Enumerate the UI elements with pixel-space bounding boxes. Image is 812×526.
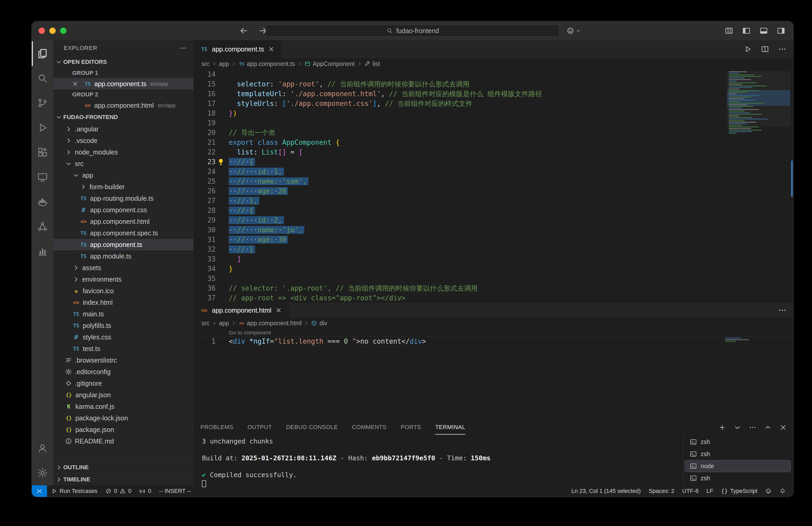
tree-item-browserslistrc[interactable]: .browserslistrc	[53, 354, 193, 366]
maximize-panel-button[interactable]	[764, 424, 772, 431]
activity-account[interactable]	[32, 436, 53, 460]
code-editor-html[interactable]: 1<div *ngIf="list.length === 0 ">no cont…	[193, 337, 793, 347]
code-line-35[interactable]: 35	[193, 274, 793, 284]
terminal-instance-node-2[interactable]: node	[685, 460, 791, 472]
tree-item-package-lock-json[interactable]: {}package-lock.json	[53, 412, 193, 424]
activity-docker[interactable]	[32, 189, 53, 214]
code-line-14[interactable]: 14	[193, 70, 793, 79]
code-line-21[interactable]: 21export class AppComponent {	[193, 138, 793, 147]
tree-item-index-html[interactable]: <>index.html	[53, 297, 193, 308]
tab-app-component-ts[interactable]: TS app.component.ts	[193, 40, 281, 58]
code-line-25[interactable]: 25··//···name:·'sam',	[193, 176, 793, 186]
tree-item-main-ts[interactable]: TSmain.ts	[53, 308, 193, 320]
new-terminal-button[interactable]	[718, 424, 726, 431]
code-line-27[interactable]: 27··//·},	[193, 196, 793, 206]
tree-item-src[interactable]: src	[53, 158, 193, 169]
close-window-button[interactable]	[39, 28, 45, 34]
terminal-output[interactable]: 3 unchanged chunks Build at: 2025-01-26T…	[193, 435, 683, 485]
tree-item-karma-conf-js[interactable]: Kkarma.conf.js	[53, 401, 193, 412]
panel-tab-ports[interactable]: PORTS	[401, 421, 421, 435]
activity-azure[interactable]	[32, 214, 53, 239]
code-line-34[interactable]: 34}	[193, 264, 793, 274]
activity-explorer[interactable]	[32, 41, 53, 66]
code-editor-ts[interactable]: 1415 selector: 'app-root', // 当前组件调用的时候你…	[193, 70, 793, 303]
split-editor-button[interactable]	[761, 45, 769, 53]
breadcrumb-app-component-html[interactable]: <>app.component.html	[238, 320, 302, 327]
tree-item-angular-json[interactable]: {}angular.json	[53, 389, 193, 401]
breadcrumb-app[interactable]: app	[219, 320, 229, 327]
close-icon[interactable]	[72, 81, 78, 87]
terminal-instance-zsh-1[interactable]: zsh	[685, 448, 791, 460]
code-line-18[interactable]: 18})	[193, 109, 793, 118]
more-actions-button[interactable]	[778, 45, 786, 53]
code-line-36[interactable]: 36// selector: '.app-root', // 当前组件调用的时候…	[193, 284, 793, 293]
breadcrumb-src[interactable]: src	[201, 320, 209, 327]
close-panel-button[interactable]	[779, 424, 787, 431]
copilot-menu[interactable]	[566, 27, 581, 35]
terminal-instance-zsh-0[interactable]: zsh	[685, 436, 791, 448]
tree-item-app-routing-module-ts[interactable]: TSapp-routing.module.ts	[53, 193, 193, 204]
code-line-17[interactable]: 17 styleUrls: ['./app.component.css'], /…	[193, 99, 793, 109]
terminal-instance-zsh-3[interactable]: zsh	[685, 472, 791, 484]
open-editor-app-component-ts[interactable]: TSapp.component.tssrc/app	[53, 78, 193, 89]
panel-tab-output[interactable]: OUTPUT	[247, 421, 272, 435]
panel-tab-comments[interactable]: COMMENTS	[352, 421, 387, 435]
minimap[interactable]	[729, 71, 789, 134]
breadcrumb-appcomponent[interactable]: AppComponent	[304, 60, 355, 68]
code-line-15[interactable]: 15 selector: 'app-root', // 当前组件调用的时候你要以…	[193, 79, 793, 89]
panel-tab-problems[interactable]: PROBLEMS	[200, 421, 233, 435]
tree-item-favicon-ico[interactable]: ★favicon.ico	[53, 285, 193, 297]
activity-remote-explorer[interactable]	[32, 165, 53, 189]
project-section[interactable]: FUDAO-FRONTEND	[53, 111, 193, 123]
tree-item-app-component-css[interactable]: #app.component.css	[53, 204, 193, 216]
status-run-testcases[interactable]: Run Testcases	[47, 485, 101, 497]
activity-chart[interactable]	[32, 239, 53, 264]
tree-item-form-builder[interactable]: form-builder	[53, 181, 193, 193]
code-line-33[interactable]: 33 ]	[193, 254, 793, 264]
status-problems[interactable]: 00	[101, 485, 135, 497]
tree-item-angular[interactable]: .angular	[53, 123, 193, 135]
breadcrumb-src[interactable]: src	[201, 60, 209, 68]
tree-item-app[interactable]: app	[53, 169, 193, 181]
back-button[interactable]	[239, 26, 248, 35]
toggle-primary-sidebar-button[interactable]	[742, 26, 751, 35]
code-line-24[interactable]: 24··//···id:·1,	[193, 167, 793, 176]
timeline-section[interactable]: TIMELINE	[53, 473, 193, 485]
breadcrumb-app[interactable]: app	[219, 60, 229, 68]
activity-settings[interactable]	[32, 460, 53, 485]
tree-item-test-ts[interactable]: TStest.ts	[53, 343, 193, 354]
panel-tab-terminal[interactable]: TERMINAL	[435, 421, 465, 435]
tree-item-polyfills-ts[interactable]: TSpolyfills.ts	[53, 320, 193, 331]
tree-item-readme-md[interactable]: README.md	[53, 435, 193, 447]
panel-tab-debug-console[interactable]: DEBUG CONSOLE	[286, 421, 338, 435]
breadcrumb-app-component-ts[interactable]: TSapp.component.ts	[238, 60, 295, 68]
code-line-29[interactable]: 29··//···id:·2,	[193, 215, 793, 225]
status-eol[interactable]: LF	[702, 485, 717, 497]
code-line-30[interactable]: 30··//···name:·'jo',	[193, 225, 793, 235]
activity-source-control[interactable]	[32, 91, 53, 115]
code-line-32[interactable]: 32··//·}	[193, 245, 793, 254]
tree-item-package-json[interactable]: {}package.json	[53, 424, 193, 435]
status-notifications[interactable]	[775, 485, 790, 497]
layout-grid-button[interactable]	[725, 26, 734, 35]
more-actions-button[interactable]	[778, 306, 786, 314]
tree-item-app-component-spec-ts[interactable]: TSapp.component.spec.ts	[53, 227, 193, 239]
lightbulb-icon[interactable]	[217, 158, 225, 166]
status-ports[interactable]: 0	[135, 485, 155, 497]
code-line-23[interactable]: 23··//·{	[193, 157, 793, 167]
code-line-19[interactable]: 19	[193, 118, 793, 128]
tree-item-app-component-ts[interactable]: TSapp.component.ts	[53, 239, 193, 251]
code-line-37[interactable]: 37// app-root => <div class="app-root"><…	[193, 293, 793, 303]
close-tab-button[interactable]	[268, 46, 275, 53]
tree-item-app-module-ts[interactable]: TSapp.module.ts	[53, 251, 193, 262]
tab-app-component-html[interactable]: <> app.component.html	[193, 303, 289, 318]
toggle-secondary-sidebar-button[interactable]	[777, 26, 785, 35]
tree-item-assets[interactable]: assets	[53, 262, 193, 273]
run-file-button[interactable]	[743, 45, 752, 53]
command-center[interactable]: fudao-frontend	[265, 25, 560, 37]
open-editors-section[interactable]: OPEN EDITORS	[53, 56, 193, 68]
activity-extensions[interactable]	[32, 140, 53, 165]
tree-item-app-component-html[interactable]: <>app.component.html	[53, 216, 193, 227]
codelens-link[interactable]: Go to component	[193, 329, 793, 337]
terminal-dropdown-button[interactable]	[734, 424, 741, 431]
